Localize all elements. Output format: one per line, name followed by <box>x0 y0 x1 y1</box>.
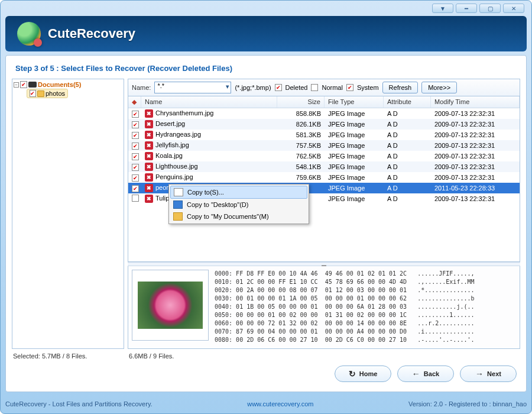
desktop-icon <box>173 200 183 209</box>
col-type[interactable]: File Type <box>325 96 384 108</box>
collapse-icon[interactable]: − <box>14 82 19 88</box>
home-button[interactable]: ↻Home <box>335 366 391 382</box>
arrow-right-icon: → <box>475 369 484 379</box>
col-size[interactable]: Size <box>277 96 325 108</box>
row-checkbox[interactable] <box>132 195 139 202</box>
tree-child-label: photos <box>46 90 65 97</box>
tree-child-checkbox[interactable]: ✔ <box>30 90 36 97</box>
status-bar: Selected: 5.7MB / 8 Files. 6.6MB / 9 Fil… <box>12 349 520 360</box>
more-button[interactable]: More>> <box>421 82 457 93</box>
normal-checkbox[interactable] <box>311 84 318 91</box>
maximize-button[interactable]: ▢ <box>479 4 501 13</box>
logo-icon <box>17 22 41 46</box>
thumbnail-frame <box>132 270 209 341</box>
splitter[interactable]: ▬ <box>128 262 520 266</box>
folder-icon <box>173 212 183 221</box>
refresh-button[interactable]: Refresh <box>382 82 419 93</box>
ext-hint: (*.jpg;*.bmp) <box>235 84 271 91</box>
tree-root-label: Documents(5) <box>38 81 81 88</box>
ctx-copy-to[interactable]: Copy to(S)... <box>170 186 307 199</box>
file-table: ◆ Name Size File Type Attribute Modify T… <box>128 96 520 262</box>
system-label: System <box>357 84 379 91</box>
app-window: ▼ ━ ▢ ✕ CuteRecovery Step 3 of 5 : Selec… <box>0 0 532 414</box>
table-row[interactable]: ✔✖Penguins.jpg759.6KBJPEG ImageA D2009-0… <box>128 172 520 183</box>
deleted-file-icon: ✖ <box>145 173 153 182</box>
deleted-checkbox[interactable]: ✔ <box>275 84 282 91</box>
app-title: CuteRecovery <box>48 26 135 41</box>
step-title: Step 3 of 5 : Select Files to Recover (R… <box>12 62 520 79</box>
deleted-file-icon: ✖ <box>145 141 153 150</box>
preview-panel: 0000: FF D8 FF E0 00 10 4A 46 49 46 00 0… <box>128 266 520 349</box>
col-time[interactable]: Modify Time <box>431 96 520 108</box>
copy-icon <box>174 188 183 196</box>
ctx-copy-mydocs[interactable]: Copy to "My Documents"(M) <box>170 211 307 222</box>
row-checkbox[interactable]: ✔ <box>132 132 139 139</box>
row-checkbox[interactable]: ✔ <box>132 185 139 192</box>
total-status: 6.6MB / 9 Files. <box>129 352 174 360</box>
filter-bar: Name: *.* (*.jpg;*.bmp) ✔ Deleted Normal… <box>128 79 520 96</box>
deleted-file-icon: ✖ <box>145 163 153 171</box>
app-header: CuteRecovery <box>5 16 527 51</box>
table-row[interactable]: ✔✖Desert.jpg826.1KBJPEG ImageA D2009-07-… <box>128 119 520 130</box>
tree-child-row[interactable]: ✔ photos <box>27 89 68 98</box>
row-checkbox[interactable]: ✔ <box>132 143 139 150</box>
next-button[interactable]: →Next <box>460 366 517 382</box>
content-panel: Step 3 of 5 : Select Files to Recover (R… <box>5 55 527 392</box>
name-label: Name: <box>132 84 151 91</box>
drive-icon <box>28 82 37 88</box>
folder-icon <box>37 90 44 97</box>
website-link[interactable]: www.cuterecovery.com <box>247 400 313 407</box>
system-checkbox[interactable]: ✔ <box>346 84 353 91</box>
deleted-file-icon: ✖ <box>145 120 153 128</box>
row-checkbox[interactable]: ✔ <box>132 111 139 118</box>
arrow-left-icon: ← <box>412 369 420 379</box>
dropdown-button[interactable]: ▼ <box>432 4 453 13</box>
row-checkbox[interactable]: ✔ <box>132 153 139 160</box>
ctx-copy-desktop[interactable]: Copy to "Desktop"(D) <box>170 199 307 211</box>
refresh-icon: ↻ <box>349 369 356 379</box>
deleted-file-icon: ✖ <box>145 184 153 192</box>
name-pattern-combo[interactable]: *.* <box>154 82 231 93</box>
back-button[interactable]: ←Back <box>397 366 454 382</box>
table-row[interactable]: ✔✖Chrysanthemum.jpg858.8KBJPEG ImageA D2… <box>128 108 520 119</box>
minimize-button[interactable]: ━ <box>456 4 477 13</box>
row-checkbox[interactable]: ✔ <box>132 121 139 128</box>
hex-preview: 0000: FF D8 FF E0 00 10 4A 46 49 46 00 0… <box>215 270 516 345</box>
context-menu: Copy to(S)... Copy to "Desktop"(D) Copy … <box>168 184 309 224</box>
deleted-file-icon: ✖ <box>145 109 153 118</box>
table-row[interactable]: ✔✖Jellyfish.jpg757.5KBJPEG ImageA D2009-… <box>128 140 520 151</box>
thumbnail-image <box>138 282 203 329</box>
close-button[interactable]: ✕ <box>503 4 524 13</box>
bottom-bar: CuteRecovery - Lost Files and Partitions… <box>5 397 527 411</box>
normal-label: Normal <box>322 84 342 91</box>
table-row[interactable]: ✔✖Lighthouse.jpg548.1KBJPEG ImageA D2009… <box>128 161 520 172</box>
deleted-label: Deleted <box>286 84 308 91</box>
tree-root-row[interactable]: − ✔ Documents(5) <box>14 80 122 89</box>
selected-status: Selected: 5.7MB / 8 Files. <box>13 352 129 360</box>
tagline: CuteRecovery - Lost Files and Partitions… <box>5 400 153 407</box>
deleted-file-icon: ✖ <box>145 195 153 203</box>
col-attr[interactable]: Attribute <box>384 96 431 108</box>
tree-root-checkbox[interactable]: ✔ <box>20 81 27 88</box>
table-row[interactable]: ✔✖Hydrangeas.jpg581.3KBJPEG ImageA D2009… <box>128 130 520 140</box>
row-checkbox[interactable]: ✔ <box>132 174 139 182</box>
col-check[interactable]: ◆ <box>128 96 141 108</box>
col-name[interactable]: Name <box>141 96 277 108</box>
table-header: ◆ Name Size File Type Attribute Modify T… <box>128 96 520 108</box>
table-row[interactable]: ✔✖Koala.jpg762.5KBJPEG ImageA D2009-07-1… <box>128 151 520 161</box>
titlebar: ▼ ━ ▢ ✕ <box>1 1 531 16</box>
deleted-file-icon: ✖ <box>145 131 153 139</box>
nav-buttons: ↻Home ←Back →Next <box>12 360 520 386</box>
folder-tree[interactable]: − ✔ Documents(5) ✔ photos <box>12 79 124 349</box>
version-label: Version: 2.0 - Registered to : binnan_ha… <box>408 400 527 407</box>
row-checkbox[interactable]: ✔ <box>132 164 139 171</box>
deleted-file-icon: ✖ <box>145 152 153 160</box>
